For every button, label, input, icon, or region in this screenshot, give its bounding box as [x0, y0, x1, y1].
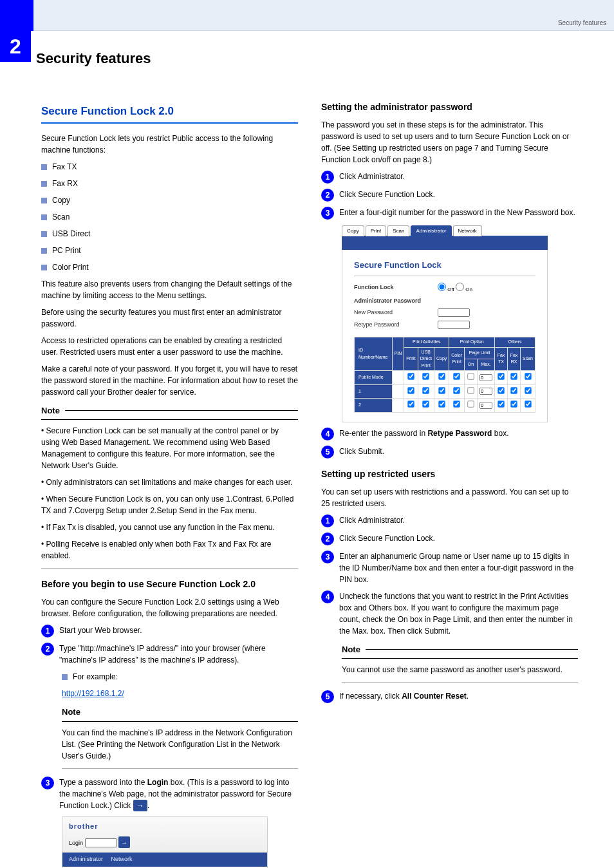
th-pin: PIN [392, 337, 404, 371]
table-row-public: Public Mode [355, 371, 535, 385]
sfl-title: Secure Function Lock [354, 259, 535, 276]
step-admin-4: 4 Re-enter the password in Retype Passwo… [321, 428, 578, 440]
th-pl-on: On [465, 359, 478, 370]
tab-print[interactable]: Print [366, 225, 386, 236]
intro-p3: Before using the security features you m… [41, 307, 298, 330]
step-badge-2: 2 [321, 533, 334, 545]
chk-faxtx[interactable] [498, 373, 504, 379]
sub2-intro: The password you set in these steps is f… [321, 119, 578, 165]
login-arrow-button[interactable]: → [118, 836, 130, 848]
example-url-link[interactable]: http://192.168.1.2/ [62, 689, 124, 698]
fl-off-radio[interactable]: Off [438, 287, 454, 292]
step-badge-2: 2 [41, 643, 54, 656]
sfl-table: ID Number/Name PIN Print Activities Prin… [354, 337, 535, 413]
th-faxrx: Fax RX [508, 347, 521, 371]
step-badge-4: 4 [321, 428, 334, 440]
step-ru-1: 1 Click Administrator. [321, 514, 578, 527]
intro-p1: Secure Function Lock lets you restrict P… [41, 133, 298, 156]
function-lock-label: Function Lock [354, 283, 438, 292]
th-usb: USB Direct Print [418, 347, 434, 371]
nav-administrator[interactable]: Administrator [69, 856, 103, 862]
retype-password-label: Retype Password [354, 321, 438, 330]
subsection-before-begin: Before you begin to use Secure Function … [41, 578, 298, 591]
login-input[interactable] [85, 838, 117, 847]
intro-p4: Access to restricted operations can be e… [41, 335, 298, 358]
note-title: Note [342, 643, 578, 656]
note-title: Note [41, 404, 298, 417]
header-right-text: Security features [558, 19, 606, 26]
step-ru-2: 2 Click Secure Function Lock. [321, 533, 578, 545]
th-print: Print [404, 347, 418, 371]
step-badge-3: 3 [321, 551, 334, 563]
table-row: 1 [355, 384, 535, 399]
th-others: Others [495, 337, 535, 348]
chk-usb[interactable] [423, 373, 429, 379]
intro-p5: Make a careful note of your password. If… [41, 363, 298, 398]
nav-network[interactable]: Network [111, 856, 133, 862]
th-scan: Scan [521, 347, 535, 371]
step-1: 1 Start your Web browser. [41, 625, 298, 637]
th-page-limit: Page Limit [465, 347, 495, 359]
table-row: 2 [355, 399, 535, 413]
new-password-label: New Password [354, 308, 438, 317]
bullet-icon [41, 198, 47, 203]
function-list: Fax TX Fax RX Copy Scan USB Direct PC Pr… [41, 161, 298, 273]
bullet-icon [41, 181, 47, 187]
tab-scan[interactable]: Scan [387, 225, 409, 236]
th-copy: Copy [434, 347, 449, 371]
login-label: Login [69, 840, 83, 846]
sub3-intro: You can set up users with restrictions a… [321, 486, 578, 509]
sfl-screenshot: Copy Print Scan Administrator Network Se… [342, 225, 548, 422]
tab-administrator[interactable]: Administrator [411, 225, 451, 236]
admin-password-label: Administrator Password [354, 297, 438, 306]
step-badge-3: 3 [321, 207, 334, 220]
step-badge-3: 3 [41, 777, 54, 789]
page-title: Security features [36, 50, 614, 67]
chapter-tab [0, 0, 33, 31]
th-faxtx: Fax TX [495, 347, 508, 371]
step-admin-3: 3 Enter a four-digit number for the pass… [321, 207, 578, 220]
step-badge-1: 1 [41, 625, 54, 637]
new-password-input[interactable] [438, 308, 470, 317]
th-print-option: Print Option [449, 337, 495, 348]
step-badge-1: 1 [321, 171, 334, 184]
step-ru-5: 5 If necessary, click All Counter Reset. [321, 690, 578, 703]
intro-p2: This feature also prevents users from ch… [41, 278, 298, 301]
step-ru-3: 3 Enter an alphanumeric Group name or Us… [321, 551, 578, 585]
bullet-icon [41, 214, 47, 220]
th-print-activities: Print Activities [404, 337, 449, 348]
sub1-intro: You can configure the Secure Function Lo… [41, 596, 298, 619]
step-badge-2: 2 [321, 189, 334, 202]
chk-scan[interactable] [525, 373, 531, 379]
arrow-icon: → [133, 800, 147, 811]
chapter-number: 2 [0, 31, 31, 62]
step-admin-1: 1 Click Administrator. [321, 171, 578, 184]
step-badge-5: 5 [321, 690, 334, 703]
tab-copy[interactable]: Copy [342, 225, 364, 236]
step-badge-1: 1 [321, 514, 334, 527]
tab-network[interactable]: Network [453, 225, 482, 236]
subsection-admin-password: Setting the administrator password [321, 100, 578, 114]
chk-copy[interactable] [438, 373, 445, 379]
chk-print[interactable] [407, 373, 414, 379]
chk-pl-on[interactable] [467, 373, 474, 379]
step-ru-4: 4 Uncheck the functions that you want to… [321, 590, 578, 637]
step-2: 2 Type "http://machine's IP address/" in… [41, 643, 298, 666]
section-sfl: Secure Function Lock 2.0 [41, 103, 298, 124]
bullet-icon [41, 231, 47, 237]
step-3: 3 Type a password into the Login box. (T… [41, 777, 298, 811]
th-pl-max: Max. [478, 359, 495, 370]
page-header: Security features [33, 0, 614, 31]
retype-password-input[interactable] [438, 321, 470, 329]
chk-faxrx[interactable] [510, 373, 517, 379]
chk-color[interactable] [453, 373, 460, 379]
bullet-icon [41, 164, 47, 170]
step-badge-5: 5 [321, 446, 334, 458]
step-badge-4: 4 [321, 590, 334, 603]
pl-max-input[interactable] [479, 374, 492, 381]
step-admin-2: 2 Click Secure Function Lock. [321, 189, 578, 202]
fl-on-radio[interactable]: On [456, 287, 472, 292]
th-idname: ID Number/Name [355, 337, 393, 371]
subsection-restricted-users: Setting up restricted users [321, 467, 578, 481]
th-color: Color Print [449, 347, 465, 371]
